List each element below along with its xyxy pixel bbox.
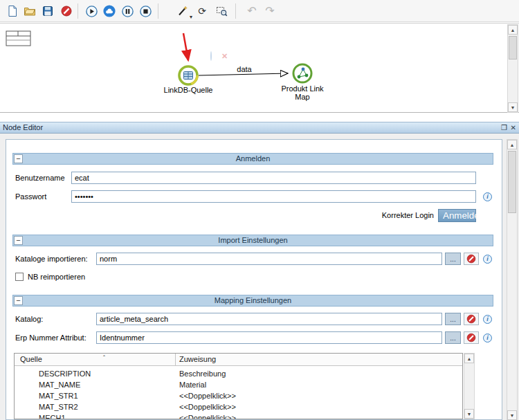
column-header-zuweisung[interactable]: Zuweisung [179,354,216,365]
section-title: Mapping Einstellungen [215,296,291,304]
open-file-button[interactable] [21,3,38,19]
mapping-table-header: Quelle ˆ Zuweisung [15,354,462,366]
edge-label: data [228,65,260,73]
cell-zuweisung[interactable]: <<Doppelklick>> [179,401,236,412]
section-header-mapping: Mapping Einstellungen [12,295,493,307]
cell-quelle[interactable]: MECH1 [39,412,66,419]
wand-icon [176,5,189,17]
open-folder-icon [24,5,36,17]
login-button[interactable]: Anmelden [438,209,476,222]
node-label-linkdb: LinkDB-Quelle [147,86,230,94]
cell-zuweisung[interactable]: Beschreibung [179,368,226,379]
catalogs-import-field[interactable] [96,253,442,265]
scroll-up-button[interactable]: ▲ [508,25,518,35]
mapping-table: Quelle ˆ Zuweisung DESCRIPTION Beschreib… [14,353,463,419]
pause-button[interactable] [119,3,136,19]
table-row[interactable]: MAT_NAME Material [15,379,462,390]
ghost-run-icon [210,52,212,61]
table-row[interactable]: MAT_STR2 <<Doppelklick>> [15,401,462,412]
node-linkdb-quelle[interactable] [177,64,199,86]
node-editor-title: Node Editor [3,123,43,131]
table-row[interactable]: MECH1 <<Doppelklick>> [15,412,462,419]
cloud-icon [102,4,116,18]
section-title: Import Einstellungen [218,236,287,244]
new-file-button[interactable] [4,3,21,19]
scroll-down-button[interactable]: ▼ [464,409,474,419]
column-header-quelle[interactable]: Quelle [20,354,42,365]
browse-catalogs-button[interactable]: ... [445,253,461,265]
password-field[interactable] [71,190,476,203]
edge-data[interactable] [199,73,288,75]
cell-quelle[interactable]: MAT_STR1 [39,390,78,401]
pointer-mode-button[interactable]: ▾ [174,3,191,19]
section-title: Anmelden [236,154,271,163]
stop-button[interactable] [137,3,154,19]
collapse-button-import[interactable]: − [14,236,23,245]
collapse-button-mapping[interactable]: − [14,296,23,305]
redo-button[interactable]: ↷ [262,3,278,19]
nb-reimport-label: NB reimportieren [28,271,85,283]
float-window-icon[interactable]: ❐ [501,123,507,133]
cell-quelle[interactable]: DESCRIPTION [39,368,91,379]
abort-button[interactable] [58,3,75,19]
scroll-down-button[interactable]: ▼ [507,410,517,420]
erp-attribute-field[interactable] [96,331,442,344]
scrollbar-thumb[interactable] [508,151,516,213]
reload-button[interactable]: ⟳ [194,3,210,19]
cell-quelle[interactable]: MAT_NAME [39,379,80,390]
undo-icon: ↶ [247,6,256,16]
info-icon[interactable]: i [483,255,492,264]
error-state-button[interactable] [464,331,479,344]
error-state-button[interactable] [464,313,479,325]
canvas-scrollbar[interactable]: ▲ ▼ [507,24,518,113]
scroll-up-button[interactable]: ▲ [507,140,517,149]
workflow-canvas[interactable]: ✕ data LinkDB-Quelle Produkt Link Map ▲ … [0,23,519,113]
table-row[interactable]: MAT_STR1 <<Doppelklick>> [15,390,462,401]
section-header-import: Import Einstellungen [12,235,493,246]
node-editor-content: Anmelden − Benutzername Passwort i Korre… [6,139,502,420]
cell-zuweisung[interactable]: <<Doppelklick>> [179,412,236,419]
undo-button[interactable]: ↶ [244,3,260,19]
cell-zuweisung[interactable]: Material [179,379,206,390]
info-icon[interactable]: i [483,192,492,201]
catalog-label: Katalog: [15,313,43,325]
scrollbar-thumb[interactable] [509,36,517,60]
browse-erp-button[interactable]: ... [445,331,461,344]
collapse-button-anmelden[interactable]: − [14,154,23,163]
info-icon[interactable]: i [483,334,492,343]
node-editor-scrollbar[interactable]: ▲ ▼ [507,139,518,420]
column-divider[interactable] [175,354,176,366]
browse-catalog-button[interactable]: ... [445,313,461,325]
save-button[interactable] [39,3,56,19]
toolbar-separator [235,3,236,19]
node-label-produkt-line1: Produkt Link [275,84,330,93]
cell-quelle[interactable]: MAT_STR2 [39,401,78,412]
info-icon[interactable]: i [483,315,492,324]
close-icon[interactable]: ✕ [511,123,516,133]
catalog-field[interactable] [96,313,442,325]
application-window: ▾ ⟳ ↶ ↷ [0,0,519,420]
cell-zuweisung[interactable]: <<Doppelklick>> [179,390,236,401]
table-row[interactable]: DESCRIPTION Beschreibung [15,368,462,379]
main-toolbar: ▾ ⟳ ↶ ↷ [0,0,519,22]
run-cloud-button[interactable] [101,3,118,19]
sort-ascending-icon: ˆ [103,353,105,364]
toolbar-separator [78,3,78,19]
catalogs-import-label: Kataloge importieren: [15,253,88,265]
error-state-button[interactable] [464,253,479,265]
node-produkt-link-map[interactable] [291,62,313,84]
username-field[interactable] [71,172,476,184]
error-icon [466,314,476,324]
abort-icon [60,5,73,17]
zoom-select-button[interactable] [213,3,230,19]
run-icon [85,5,98,18]
run-button[interactable] [83,3,100,19]
toolbar-separator [158,3,158,19]
node-editor-titlebar[interactable]: Node Editor ❐ ✕ [0,122,519,134]
scroll-up-button[interactable]: ▲ [464,354,474,363]
table-scrollbar[interactable]: ▲ ▼ [464,353,475,419]
dropdown-arrow-icon[interactable]: ▾ [190,14,192,20]
ghost-delete-icon: ✕ [221,52,228,61]
scroll-down-button[interactable]: ▼ [508,102,518,112]
nb-reimport-checkbox[interactable] [15,273,24,281]
